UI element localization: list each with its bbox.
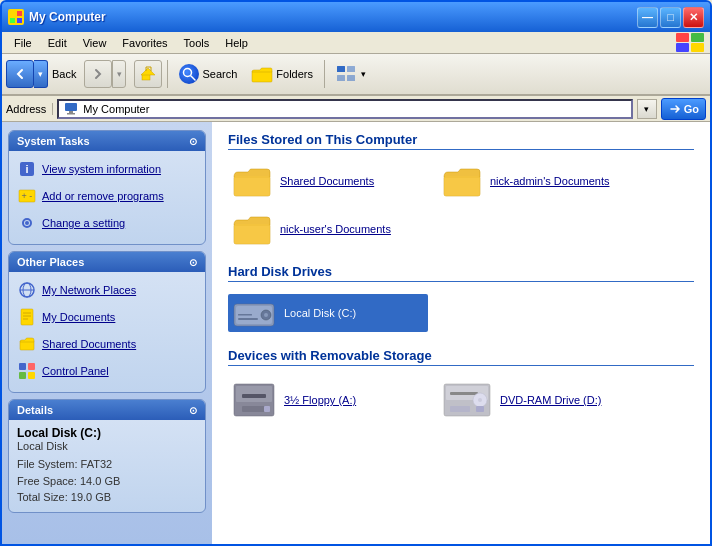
add-remove-programs-label: Add or remove programs: [42, 190, 164, 202]
titlebar-buttons: — □ ✕: [637, 7, 704, 28]
my-network-places-link[interactable]: My Network Places: [13, 278, 201, 302]
svg-rect-49: [238, 314, 252, 316]
other-places-content: My Network Places My Documents: [9, 272, 205, 392]
svg-rect-0: [10, 11, 15, 16]
change-setting-label: Change a setting: [42, 217, 125, 229]
svg-point-25: [25, 221, 29, 225]
main-area: System Tasks ⊙ i View system information: [2, 122, 710, 544]
svg-rect-13: [337, 66, 345, 72]
go-label: Go: [684, 103, 699, 115]
svg-marker-9: [141, 68, 155, 75]
system-tasks-header[interactable]: System Tasks ⊙: [9, 131, 205, 151]
forward-button[interactable]: [84, 60, 112, 88]
svg-rect-48: [238, 318, 258, 320]
nick-user-documents-label: nick-user's Documents: [280, 223, 391, 235]
nick-user-documents-item[interactable]: nick-user's Documents: [228, 210, 428, 248]
window-title: My Computer: [29, 10, 637, 24]
svg-rect-61: [476, 406, 484, 412]
floppy-item[interactable]: 3½ Floppy (A:): [228, 378, 428, 422]
details-content: Local Disk (C:) Local Disk File System: …: [9, 420, 205, 512]
window-icon: [8, 9, 24, 25]
svg-rect-34: [19, 363, 26, 370]
svg-point-10: [184, 69, 192, 77]
menu-view[interactable]: View: [75, 35, 115, 51]
svg-text:i: i: [25, 163, 28, 175]
details-header[interactable]: Details ⊙: [9, 400, 205, 420]
svg-rect-17: [65, 103, 77, 111]
shared-documents-item[interactable]: Shared Documents: [228, 162, 428, 200]
details-disk-subtitle: Local Disk: [17, 440, 197, 452]
address-input[interactable]: My Computer: [57, 99, 632, 119]
folders-button[interactable]: Folders: [245, 58, 319, 90]
control-panel-label: Control Panel: [42, 365, 109, 377]
back-dropdown[interactable]: ▾: [34, 60, 48, 88]
folder-icon-admin: [442, 164, 482, 198]
up-button[interactable]: [134, 60, 162, 88]
svg-rect-41: [444, 176, 480, 196]
control-panel-icon: [17, 361, 37, 381]
details-chevron: ⊙: [189, 405, 197, 416]
control-panel-link[interactable]: Control Panel: [13, 359, 201, 383]
menu-edit[interactable]: Edit: [40, 35, 75, 51]
close-button[interactable]: ✕: [683, 7, 704, 28]
forward-dropdown[interactable]: ▾: [112, 60, 126, 88]
svg-rect-2: [10, 18, 15, 23]
search-label: Search: [202, 68, 237, 80]
dvd-label: DVD-RAM Drive (D:): [500, 394, 601, 406]
svg-point-47: [264, 313, 268, 317]
shared-documents-link[interactable]: Shared Documents: [13, 332, 201, 356]
svg-rect-36: [19, 372, 26, 379]
go-button[interactable]: Go: [661, 98, 706, 120]
menu-tools[interactable]: Tools: [176, 35, 218, 51]
menu-favorites[interactable]: Favorites: [114, 35, 175, 51]
view-button[interactable]: ▾: [330, 58, 372, 90]
section-removable-title: Devices with Removable Storage: [228, 348, 694, 366]
address-dropdown[interactable]: ▾: [637, 99, 657, 119]
back-button[interactable]: [6, 60, 34, 88]
my-documents-link[interactable]: My Documents: [13, 305, 201, 329]
other-places-title: Other Places: [17, 256, 84, 268]
folder-icon-user: [232, 212, 272, 246]
svg-rect-14: [347, 66, 355, 72]
maximize-button[interactable]: □: [660, 7, 681, 28]
forward-button-group[interactable]: ▾: [84, 60, 126, 88]
svg-rect-4: [676, 33, 689, 42]
floppy-label: 3½ Floppy (A:): [284, 394, 356, 406]
details-info: File System: FAT32 Free Space: 14.0 GB T…: [17, 456, 197, 506]
go-arrow-icon: [668, 102, 682, 116]
svg-rect-19: [67, 113, 75, 115]
details-panel: Details ⊙ Local Disk (C:) Local Disk Fil…: [8, 399, 206, 513]
svg-rect-33: [20, 341, 34, 350]
svg-rect-3: [17, 18, 22, 23]
svg-rect-6: [676, 43, 689, 52]
addressbar: Address My Computer ▾ Go: [2, 96, 710, 122]
folders-icon: [251, 65, 273, 83]
dvd-item[interactable]: DVD-RAM Drive (D:): [438, 378, 638, 422]
change-setting-link[interactable]: Change a setting: [13, 211, 201, 235]
toolbar: ▾ Back ▾: [2, 54, 710, 96]
nick-admin-documents-item[interactable]: nick-admin's Documents: [438, 162, 638, 200]
view-system-info-label: View system information: [42, 163, 161, 175]
drives-grid: Local Disk (C:): [228, 294, 694, 332]
view-system-info-link[interactable]: i View system information: [13, 157, 201, 181]
my-documents-label: My Documents: [42, 311, 115, 323]
search-button[interactable]: Search: [173, 58, 243, 90]
menu-help[interactable]: Help: [217, 35, 256, 51]
system-tasks-title: System Tasks: [17, 135, 90, 147]
back-button-group[interactable]: ▾: [6, 60, 48, 88]
menu-file[interactable]: File: [6, 35, 40, 51]
svg-rect-43: [234, 224, 270, 244]
system-tasks-panel: System Tasks ⊙ i View system information: [8, 130, 206, 245]
floppy-drive-icon: [232, 380, 276, 420]
files-grid: Shared Documents nick-admin's Documents: [228, 162, 694, 248]
minimize-button[interactable]: —: [637, 7, 658, 28]
folders-label: Folders: [276, 68, 313, 80]
svg-rect-7: [691, 43, 704, 52]
svg-text:+ -: + -: [22, 191, 33, 201]
svg-rect-12: [252, 71, 272, 82]
local-disk-c-item[interactable]: Local Disk (C:): [228, 294, 428, 332]
other-places-header[interactable]: Other Places ⊙: [9, 252, 205, 272]
add-remove-programs-link[interactable]: + - Add or remove programs: [13, 184, 201, 208]
my-network-places-label: My Network Places: [42, 284, 136, 296]
svg-point-59: [478, 398, 482, 402]
